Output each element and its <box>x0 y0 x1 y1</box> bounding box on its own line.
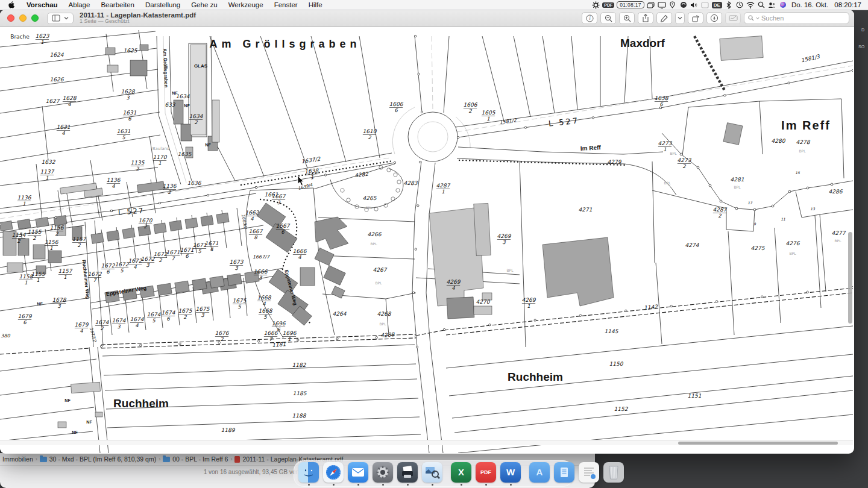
vpn-icon[interactable] <box>679 1 688 10</box>
menu-gehe-zu[interactable]: Gehe zu <box>186 0 222 10</box>
svg-text:4: 4 <box>112 183 115 189</box>
markup-button[interactable] <box>656 12 672 24</box>
wifi-icon[interactable] <box>746 1 755 10</box>
menu-darstellung[interactable]: Darstellung <box>140 0 186 10</box>
parcel-label: 16796 <box>18 313 33 325</box>
search-icon <box>748 15 754 21</box>
svg-text:1677/2: 1677/2 <box>89 327 97 343</box>
volume-icon[interactable] <box>690 1 699 10</box>
svg-text:1679: 1679 <box>18 313 33 319</box>
menu-werkzeuge[interactable]: Werkzeuge <box>223 0 269 10</box>
info-button[interactable]: i <box>582 12 597 24</box>
dock-item-excel[interactable]: X <box>451 462 471 486</box>
svg-text:11: 11 <box>781 217 785 221</box>
screen-timer[interactable]: 01:08:17 <box>617 1 644 10</box>
dock-item-documents-folder[interactable] <box>554 462 574 486</box>
menu-vorschau[interactable]: Vorschau <box>21 0 63 10</box>
parcel-label: 4277 <box>832 230 846 236</box>
svg-text:4268: 4268 <box>377 311 392 317</box>
app-menus: VorschauAblageBearbeitenDarstellungGehe … <box>21 0 328 10</box>
minimize-button[interactable] <box>19 14 27 22</box>
sync-icon[interactable] <box>735 1 744 10</box>
dnd-icon[interactable] <box>701 1 709 10</box>
svg-text:13: 13 <box>810 207 816 211</box>
pin-icon[interactable] <box>668 1 677 10</box>
parcel-label: 11364 <box>107 177 121 189</box>
menu-fenster[interactable]: Fenster <box>269 0 303 10</box>
menu-bearbeiten[interactable]: Bearbeiten <box>95 0 140 10</box>
menu-ablage[interactable]: Ablage <box>63 0 96 10</box>
dock-item-trash[interactable] <box>603 462 624 486</box>
dock-item-safari[interactable] <box>323 462 344 486</box>
gear-icon[interactable] <box>591 1 600 10</box>
pdf-badge-icon[interactable]: PDF <box>602 1 614 10</box>
pdf-expert-icon: PDF <box>476 462 496 483</box>
vertical-scrollbar[interactable] <box>848 27 852 449</box>
parcel-label: 4276 <box>786 240 800 246</box>
preview-icon <box>422 462 442 483</box>
svg-text:2: 2 <box>159 257 162 263</box>
siri-icon[interactable] <box>779 1 787 10</box>
parcel-label: 16684 <box>257 295 272 307</box>
user-switch-icon[interactable] <box>768 1 776 10</box>
map-text-label: BPL <box>789 251 796 255</box>
bluetooth-icon[interactable] <box>725 1 733 10</box>
svg-text:1156: 1156 <box>50 225 64 231</box>
dock-item-minimized-document[interactable] <box>579 462 599 486</box>
map-text-label: BPL <box>379 322 386 326</box>
parcel-label: 16667 <box>264 330 278 342</box>
zoom-in-button[interactable] <box>619 12 635 24</box>
dock-item-applications-folder[interactable]: A <box>529 462 550 486</box>
map-text-label: NF <box>184 104 190 108</box>
dock-item-word[interactable]: W <box>500 462 521 486</box>
dock-item-printer[interactable] <box>397 462 418 486</box>
path-crumb[interactable]: 30 - Mxd - BPL (Im Reff 6, 810,39 qm) <box>40 455 156 463</box>
map-text-label: NF <box>205 143 211 147</box>
parcel-label: 1581/3 <box>800 53 821 63</box>
parcel-label: 42872 <box>713 207 728 219</box>
dock-item-pdf-expert[interactable]: PDF <box>476 462 496 486</box>
menu-hilfe[interactable]: Hilfe <box>303 0 328 10</box>
svg-text:4: 4 <box>250 216 254 222</box>
zoom-window-button[interactable] <box>31 14 39 22</box>
menu-bar: VorschauAblageBearbeitenDarstellungGehe … <box>0 0 868 10</box>
svg-text:4267: 4267 <box>373 267 388 273</box>
rotate-button[interactable] <box>688 12 703 24</box>
share-button[interactable] <box>638 12 653 24</box>
svg-text:Ruchheimer Weg: Ruchheimer Weg <box>81 260 91 299</box>
path-crumb[interactable]: Immobilien <box>2 455 33 463</box>
svg-text:5: 5 <box>152 318 156 324</box>
zoom-out-button[interactable] <box>600 12 616 24</box>
signature-button[interactable] <box>725 12 741 24</box>
apple-menu[interactable] <box>0 0 21 10</box>
dock-item-system-settings[interactable] <box>373 462 393 486</box>
dock-item-mail[interactable] <box>348 462 368 486</box>
pdf-map-view[interactable]: Am GröllsgrabenMaxdorfIm ReffRuchheimRuc… <box>0 27 853 453</box>
spotlight-icon[interactable] <box>757 1 766 10</box>
menu-clock[interactable]: 08:20:17 <box>832 1 863 8</box>
horizontal-scrollbar[interactable] <box>0 440 853 445</box>
svg-text:1667: 1667 <box>276 223 291 229</box>
dock-item-preview[interactable] <box>422 462 442 486</box>
dock-item-finder[interactable] <box>298 462 319 486</box>
map-text-label: NF <box>86 420 92 424</box>
menu-date[interactable]: Do. 16. Okt. <box>790 1 830 8</box>
display-icon[interactable] <box>658 1 666 10</box>
parcel-label: 16381 <box>304 167 320 181</box>
keyboard-layout-badge[interactable]: DE <box>712 1 722 10</box>
vertical-scroll-thumb[interactable] <box>848 232 852 324</box>
sidebar-toggle-button[interactable] <box>47 13 74 24</box>
horizontal-scroll-thumb[interactable] <box>678 442 838 445</box>
map-text-label: Am Gröllsgraben <box>209 38 360 50</box>
svg-text:1606: 1606 <box>464 102 478 108</box>
path-crumb[interactable]: 00 - BPL - Im Reff 6 <box>163 455 228 463</box>
windows-icon[interactable] <box>647 1 655 10</box>
close-button[interactable] <box>7 14 14 22</box>
svg-text:1: 1 <box>486 116 489 122</box>
markup-menu-button[interactable] <box>675 12 685 24</box>
svg-text:2: 2 <box>17 238 20 244</box>
search-input[interactable]: Suchen <box>744 12 849 24</box>
highlight-button[interactable] <box>706 12 722 24</box>
parcel-label: 16733 <box>230 259 244 271</box>
parcel-label: 16283 <box>121 89 136 101</box>
